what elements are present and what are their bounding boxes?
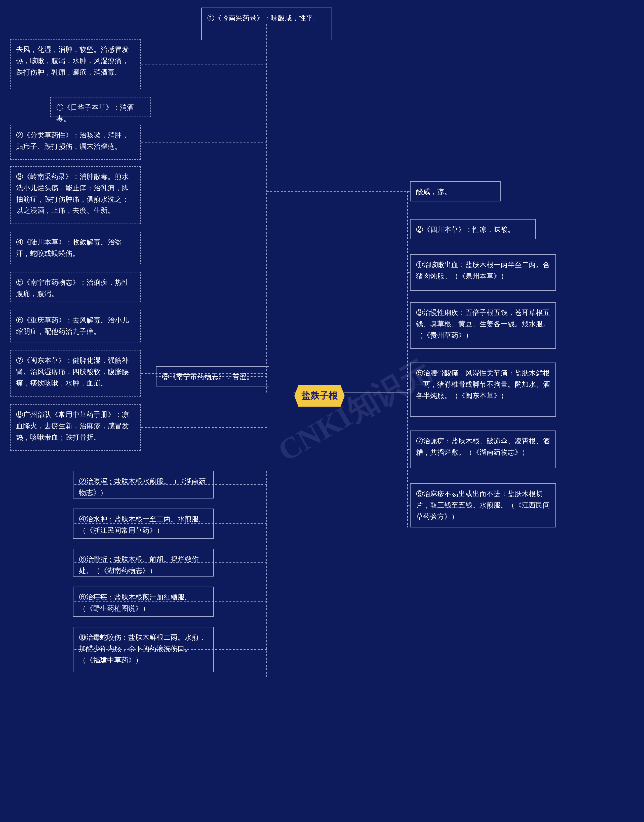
left-box-2: ②《分类草药性》：治咳嗽，消肿，贴疖子、跌打损伤，调末治癣疮。 xyxy=(10,124,141,160)
left-bottom-box-8: ⑧治疟疾：盐肤木根煎汁加红糖服。（《野生药植图说》） xyxy=(73,587,214,617)
right-box-7: ⑦治瘰疠：盐肤木根、破凉伞、凌霄根、酒糟，共捣烂敷。（《湖南药物志》） xyxy=(410,430,556,468)
right-box-5: ⑤治腰骨酸痛，风湿性关节痛：盐肤木鲜根一两，猪脊椎骨或脚节不拘量。酌加水、酒各半… xyxy=(410,363,556,417)
right-box-9: ⑨治麻疹不易出或出而不进：盐肤木根切片，取三钱至五钱。水煎服。（《江西民间草药验… xyxy=(410,483,556,527)
left-bottom-box-10: ⑩治毒蛇咬伤：盐肤木鲜根二两。水煎，加醋少许内服，余下的药液洗伤口。（《福建中草… xyxy=(73,627,214,672)
right-top-box: ③《南宁市药物志》：苦涩。 xyxy=(156,366,269,386)
right-box-3: ③治慢性痢疾：五倍子根五钱，苍耳草根五钱、臭草根、黄豆、生姜各一钱。煨水服。（《… xyxy=(410,302,556,349)
left-box-6: ⑥《重庆草药》：去风解毒。治小儿缩阴症，配他药治九子痒。 xyxy=(10,310,141,343)
right-box-2: ②《四川本草》：性凉，味酸。 xyxy=(410,219,536,239)
top-box-1: ①《岭南采药录》：味酸咸，性平。 xyxy=(201,8,332,40)
left-box-3: ③《岭南采药录》：消肿散毒。煎水洗小儿烂头疡，能止痒；治乳痈，脚抽筋症，跌打伤肿… xyxy=(10,166,141,224)
mind-map: CNKI知识元 盐麸子根 ①《岭南采药录》：味酸咸，性平。 去风，化湿，消肿，软… xyxy=(0,0,644,822)
left-box-4: ④《陆川本草》：收敛解毒。治盗汗，蛇咬或蜈蚣伤。 xyxy=(10,232,141,264)
left-box-8: ⑧广州部队《常用中草药手册》：凉血降火，去瘀生新，治麻疹，感冒发热，咳嗽带血；跌… xyxy=(10,404,141,451)
right-box-0: 酸咸，凉。 xyxy=(410,181,501,201)
right-box-1: ①治咳嗽出血：盐肤木根一两半至二两。合猪肉炖服。（《泉州本草》） xyxy=(410,254,556,291)
left-bottom-box-2: ②治腹泻：盐肤木根水煎服。（《湖南药物志》） xyxy=(73,471,214,498)
left-box-7: ⑦《闽东本草》：健脾化湿，强筋补肾。治风湿痹痛，四肢酸软，腹胀腰痛，痰饮咳嗽，水… xyxy=(10,350,141,396)
left-box-1: ①《日华子本草》：消酒毒。 xyxy=(50,97,151,117)
central-node: 盐麸子根 xyxy=(294,385,345,407)
left-box-5: ⑤《南宁市药物志》：治痢疾，热性腹痛，腹泻。 xyxy=(10,272,141,302)
left-bottom-box-6: ⑥治骨折：盐肤木根、前胡。捣烂敷伤处。（《湖南药物志》） xyxy=(73,549,214,576)
left-bottom-box-4: ④治水肿：盐肤木根一至二两。水煎服。（《浙江民间常用草药》） xyxy=(73,509,214,539)
left-box-0: 去风，化湿，消肿，软坚。治感冒发热，咳嗽，腹泻，水肿，风湿痹痛，跌打伤肿，乳痈，… xyxy=(10,39,141,89)
